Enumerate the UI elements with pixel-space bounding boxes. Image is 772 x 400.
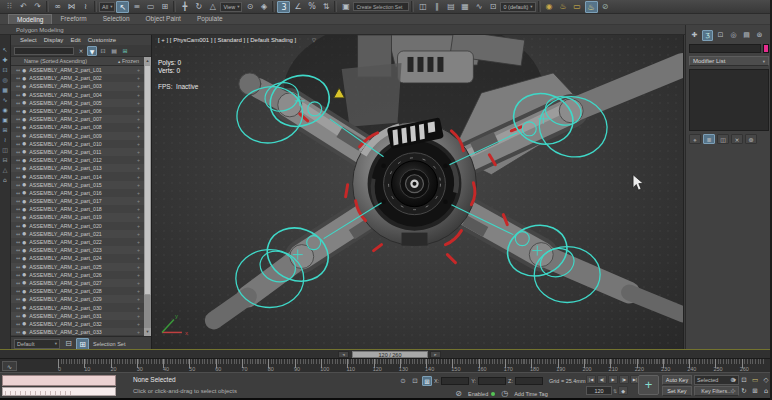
add-time-tag-label[interactable]: Add Time Tag [514,391,548,397]
table-row[interactable]: ↔●ASSEMBLY_ARM_2_part_007+ [11,115,151,123]
select-move-icon[interactable]: ╋ [178,1,191,13]
mini-curve-editor-button[interactable]: ∿ [2,361,17,371]
zoom-all-icon[interactable]: ⊡ [739,375,749,385]
scroll-down-icon[interactable]: ▼ [144,328,151,336]
ribbon-tab-selection[interactable]: Selection [95,14,138,24]
frozen-toggle-icon[interactable]: + [137,133,140,139]
key-mode-icon[interactable]: ◆ [618,386,628,395]
window-crossing-icon[interactable]: ⊞ [158,1,171,13]
modify-tab-icon[interactable]: Ʒ [702,30,713,41]
frozen-toggle-icon[interactable]: + [137,116,140,122]
menu-select[interactable]: Select [20,37,37,43]
play-button[interactable]: ▶ [608,375,618,384]
table-row[interactable]: ↔●ASSEMBLY_ARM_2_part_006+ [11,107,151,115]
frozen-toggle-icon[interactable]: + [137,190,140,196]
table-row[interactable]: ↔●ASSEMBLY_ARM_2_part_011+ [11,148,151,156]
table-row[interactable]: ↔●ASSEMBLY_ARM_2_part_015+ [11,181,151,189]
spinner-snap-icon[interactable]: ⇅ [319,1,332,13]
frozen-toggle-icon[interactable]: + [137,272,140,278]
x-field[interactable] [441,377,469,385]
table-row[interactable]: ↔●ASSEMBLY_ARM_2_part_032+ [11,320,151,328]
table-row[interactable]: ↔●ASSEMBLY_ARM_2_part_030+ [11,303,151,311]
frozen-toggle-icon[interactable]: + [137,305,140,311]
z-field[interactable] [515,377,543,385]
delete-set-icon[interactable]: ⊟ [62,338,75,350]
align-icon[interactable]: ∥ [430,1,443,13]
frozen-toggle-icon[interactable]: + [137,67,140,73]
pan-icon[interactable]: ⊹ [728,386,738,396]
table-row[interactable]: ↔●ASSEMBLY_ARM_2_part_024+ [11,254,151,262]
table-row[interactable]: ↔●ASSEMBLY_ARM_2_part_016+ [11,189,151,197]
ribbon-tab-freeform[interactable]: Freeform [52,14,94,24]
explorer-xrefs-icon[interactable]: ⊟ [1,155,10,164]
toggle-ribbon-icon[interactable]: ▦ [458,1,471,13]
maximize-viewport-icon[interactable]: ⊞ [750,386,760,396]
frozen-toggle-icon[interactable]: + [137,288,140,294]
frozen-toggle-icon[interactable]: + [137,141,140,147]
toolbar-grip-icon[interactable]: ⠿ [3,1,16,13]
lock-explorer-icon[interactable]: ⊡ [98,46,108,56]
frozen-toggle-icon[interactable]: + [137,182,140,188]
material-editor-icon[interactable]: ◉ [543,1,556,13]
table-row[interactable]: ↔●ASSEMBLY_ARM_2_part_029+ [11,295,151,303]
viewport-filter-icon[interactable]: ▽ [312,37,316,43]
orbit-icon[interactable]: ↻ [739,386,749,396]
table-row[interactable]: ↔●ASSEMBLY_ARM_2_part_008+ [11,123,151,131]
camera-viewport[interactable]: [ + ] [ PhysCam001 ] [ Standard ] [ Defa… [152,35,684,349]
frozen-toggle-icon[interactable]: + [137,313,140,319]
scrollbar-thumb[interactable] [144,65,151,295]
polygon-modeling-panel-label[interactable]: Polygon Modeling [0,27,64,33]
pick-parent-icon[interactable]: ⊞ [120,46,130,56]
layer-manager-icon[interactable]: ▤ [444,1,457,13]
snaps-toggle-icon[interactable]: 3 [277,1,290,13]
explorer-bones-icon[interactable]: △ [1,165,10,174]
object-color-swatch[interactable] [763,44,769,53]
frozen-toggle-icon[interactable]: + [137,83,140,89]
modifier-list-dropdown[interactable]: Modifier List ▾ [689,56,769,66]
select-scale-icon[interactable]: △ [206,1,219,13]
table-row[interactable]: ↔●ASSEMBLY_ARM_2_part_022+ [11,238,151,246]
selection-set-dropdown[interactable]: Default▾ [14,339,60,349]
frozen-column-header[interactable]: ▴ Frozen [118,58,139,64]
frozen-toggle-icon[interactable]: + [137,329,140,335]
listener-macro-line[interactable] [2,375,116,386]
reference-coordinate-dropdown[interactable]: View▾ [220,2,242,12]
frozen-toggle-icon[interactable]: + [137,247,140,253]
frame-spinner[interactable]: ⇅ [613,388,617,394]
table-row[interactable]: ↔●ASSEMBLY_ARM_2_part_033+ [11,328,151,335]
frozen-toggle-icon[interactable]: + [137,157,140,163]
viewport-label[interactable]: [ + ] [ PhysCam001 ] [ Standard ] [ Defa… [158,37,296,43]
new-set-icon[interactable]: ⊞ [76,338,89,350]
find-filter-icon[interactable]: ▼ [87,46,97,56]
redo-icon[interactable]: ↷ [31,1,44,13]
curve-editor-icon[interactable]: ∿ [472,1,485,13]
listener-script-line[interactable] [2,387,116,396]
frozen-toggle-icon[interactable]: + [137,149,140,155]
time-slider-handle[interactable]: 120 / 260 [352,351,428,358]
table-row[interactable]: ↔●ASSEMBLY_ARM_2_part_025+ [11,263,151,271]
hierarchy-tab-icon[interactable]: ⊡ [715,30,726,41]
menu-customize[interactable]: Customize [88,37,116,43]
auto-key-button[interactable]: Auto Key [662,375,692,385]
schematic-view-icon[interactable]: ⊡ [486,1,499,13]
frozen-toggle-icon[interactable]: + [137,174,140,180]
select-object-icon[interactable]: ↖ [116,1,129,13]
next-frame-button[interactable]: |▶ [619,375,629,384]
pin-stack-icon[interactable]: ⌖ [689,134,701,144]
ribbon-tab-modeling[interactable]: Modeling [8,14,52,24]
menu-display[interactable]: Display [44,37,64,43]
ribbon-tab-object-paint[interactable]: Object Paint [138,14,189,24]
zoom-extents-icon[interactable]: ▭ [750,375,760,385]
table-row[interactable]: ↔●ASSEMBLY_ARM_2_part_027+ [11,279,151,287]
table-row[interactable]: ↔●ASSEMBLY_ARM_2_part_005+ [11,99,151,107]
make-unique-icon[interactable]: ◫ [717,134,729,144]
display-tab-icon[interactable]: ▤ [741,30,752,41]
explorer-cameras-icon[interactable]: ▣ [1,115,10,124]
use-center-icon[interactable]: ⊙ [243,1,256,13]
table-row[interactable]: ↔●ASSEMBLY_ARM_2_part_021+ [11,230,151,238]
table-row[interactable]: ↔●ASSEMBLY_ARM_2_part_017+ [11,197,151,205]
table-row[interactable]: ↔●ASSEMBLY_ARM_2_part_019+ [11,213,151,221]
next-key-icon[interactable]: ► [430,351,441,358]
track-bar[interactable]: ∿ 01020304050607080901001101201301401501… [0,358,772,372]
frozen-toggle-icon[interactable]: + [137,239,140,245]
